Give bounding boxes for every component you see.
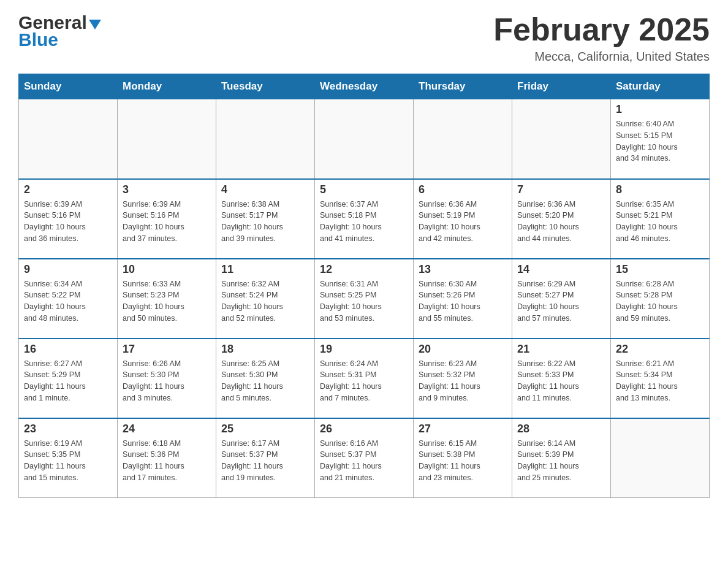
table-row: 21Sunrise: 6:22 AM Sunset: 5:33 PM Dayli… (512, 339, 611, 418)
table-row (611, 418, 710, 498)
day-info: Sunrise: 6:32 AM Sunset: 5:24 PM Dayligh… (221, 278, 309, 324)
day-number: 6 (419, 183, 507, 196)
table-row: 17Sunrise: 6:26 AM Sunset: 5:30 PM Dayli… (118, 339, 216, 418)
title-block: February 2025 Mecca, California, United … (493, 12, 710, 64)
day-number: 26 (320, 423, 408, 435)
day-number: 27 (419, 423, 507, 435)
table-row: 13Sunrise: 6:30 AM Sunset: 5:26 PM Dayli… (414, 259, 512, 339)
col-tuesday: Tuesday (216, 74, 315, 99)
calendar-week-row: 9Sunrise: 6:34 AM Sunset: 5:22 PM Daylig… (19, 259, 710, 339)
day-info: Sunrise: 6:39 AM Sunset: 5:16 PM Dayligh… (24, 199, 112, 245)
table-row: 27Sunrise: 6:15 AM Sunset: 5:38 PM Dayli… (414, 418, 512, 498)
day-info: Sunrise: 6:18 AM Sunset: 5:36 PM Dayligh… (123, 438, 211, 484)
calendar-week-row: 16Sunrise: 6:27 AM Sunset: 5:29 PM Dayli… (19, 339, 710, 418)
day-info: Sunrise: 6:14 AM Sunset: 5:39 PM Dayligh… (517, 438, 605, 484)
table-row (216, 99, 315, 179)
day-info: Sunrise: 6:15 AM Sunset: 5:38 PM Dayligh… (419, 438, 507, 484)
col-sunday: Sunday (19, 74, 118, 99)
table-row: 10Sunrise: 6:33 AM Sunset: 5:23 PM Dayli… (118, 259, 216, 339)
table-row: 6Sunrise: 6:36 AM Sunset: 5:19 PM Daylig… (414, 179, 512, 259)
col-friday: Friday (512, 74, 611, 99)
day-info: Sunrise: 6:35 AM Sunset: 5:21 PM Dayligh… (616, 199, 704, 245)
table-row: 9Sunrise: 6:34 AM Sunset: 5:22 PM Daylig… (19, 259, 118, 339)
table-row: 24Sunrise: 6:18 AM Sunset: 5:36 PM Dayli… (118, 418, 216, 498)
day-number: 12 (320, 263, 408, 276)
day-info: Sunrise: 6:25 AM Sunset: 5:30 PM Dayligh… (221, 358, 309, 404)
calendar-table: Sunday Monday Tuesday Wednesday Thursday… (18, 74, 710, 498)
day-number: 16 (24, 343, 112, 356)
table-row: 25Sunrise: 6:17 AM Sunset: 5:37 PM Dayli… (216, 418, 315, 498)
page: General Blue February 2025 Mecca, Califo… (0, 0, 728, 510)
day-number: 10 (123, 263, 211, 276)
day-number: 5 (320, 183, 408, 196)
day-info: Sunrise: 6:23 AM Sunset: 5:32 PM Dayligh… (419, 358, 507, 404)
col-saturday: Saturday (611, 74, 710, 99)
day-info: Sunrise: 6:21 AM Sunset: 5:34 PM Dayligh… (616, 358, 704, 404)
calendar-week-row: 1Sunrise: 6:40 AM Sunset: 5:15 PM Daylig… (19, 99, 710, 179)
table-row (414, 99, 512, 179)
day-info: Sunrise: 6:26 AM Sunset: 5:30 PM Dayligh… (123, 358, 211, 404)
table-row: 3Sunrise: 6:39 AM Sunset: 5:16 PM Daylig… (118, 179, 216, 259)
logo: General Blue (18, 12, 101, 50)
day-info: Sunrise: 6:19 AM Sunset: 5:35 PM Dayligh… (24, 438, 112, 484)
day-info: Sunrise: 6:30 AM Sunset: 5:26 PM Dayligh… (419, 278, 507, 324)
table-row: 20Sunrise: 6:23 AM Sunset: 5:32 PM Dayli… (414, 339, 512, 418)
table-row: 26Sunrise: 6:16 AM Sunset: 5:37 PM Dayli… (315, 418, 414, 498)
day-info: Sunrise: 6:36 AM Sunset: 5:20 PM Dayligh… (517, 199, 605, 245)
table-row (118, 99, 216, 179)
day-number: 25 (221, 423, 309, 435)
day-number: 24 (123, 423, 211, 435)
day-number: 21 (517, 343, 605, 356)
table-row: 1Sunrise: 6:40 AM Sunset: 5:15 PM Daylig… (611, 99, 710, 179)
day-info: Sunrise: 6:39 AM Sunset: 5:16 PM Dayligh… (123, 199, 211, 245)
day-info: Sunrise: 6:27 AM Sunset: 5:29 PM Dayligh… (24, 358, 112, 404)
table-row: 23Sunrise: 6:19 AM Sunset: 5:35 PM Dayli… (19, 418, 118, 498)
day-info: Sunrise: 6:16 AM Sunset: 5:37 PM Dayligh… (320, 438, 408, 484)
day-number: 9 (24, 263, 112, 276)
logo-blue: Blue (18, 29, 58, 50)
table-row: 15Sunrise: 6:28 AM Sunset: 5:28 PM Dayli… (611, 259, 710, 339)
table-row: 8Sunrise: 6:35 AM Sunset: 5:21 PM Daylig… (611, 179, 710, 259)
day-number: 17 (123, 343, 211, 356)
day-info: Sunrise: 6:28 AM Sunset: 5:28 PM Dayligh… (616, 278, 704, 324)
day-info: Sunrise: 6:17 AM Sunset: 5:37 PM Dayligh… (221, 438, 309, 484)
day-info: Sunrise: 6:33 AM Sunset: 5:23 PM Dayligh… (123, 278, 211, 324)
day-info: Sunrise: 6:38 AM Sunset: 5:17 PM Dayligh… (221, 199, 309, 245)
table-row: 11Sunrise: 6:32 AM Sunset: 5:24 PM Dayli… (216, 259, 315, 339)
table-row (315, 99, 414, 179)
day-number: 11 (221, 263, 309, 276)
day-number: 14 (517, 263, 605, 276)
table-row: 18Sunrise: 6:25 AM Sunset: 5:30 PM Dayli… (216, 339, 315, 418)
day-number: 22 (616, 343, 704, 356)
table-row: 7Sunrise: 6:36 AM Sunset: 5:20 PM Daylig… (512, 179, 611, 259)
table-row: 16Sunrise: 6:27 AM Sunset: 5:29 PM Dayli… (19, 339, 118, 418)
col-wednesday: Wednesday (315, 74, 414, 99)
day-number: 4 (221, 183, 309, 196)
day-number: 18 (221, 343, 309, 356)
table-row: 5Sunrise: 6:37 AM Sunset: 5:18 PM Daylig… (315, 179, 414, 259)
day-info: Sunrise: 6:37 AM Sunset: 5:18 PM Dayligh… (320, 199, 408, 245)
table-row (19, 99, 118, 179)
day-number: 3 (123, 183, 211, 196)
table-row: 22Sunrise: 6:21 AM Sunset: 5:34 PM Dayli… (611, 339, 710, 418)
day-number: 2 (24, 183, 112, 196)
calendar-header-row: Sunday Monday Tuesday Wednesday Thursday… (19, 74, 710, 99)
day-number: 15 (616, 263, 704, 276)
calendar-week-row: 2Sunrise: 6:39 AM Sunset: 5:16 PM Daylig… (19, 179, 710, 259)
day-info: Sunrise: 6:34 AM Sunset: 5:22 PM Dayligh… (24, 278, 112, 324)
day-number: 28 (517, 423, 605, 435)
header: General Blue February 2025 Mecca, Califo… (18, 12, 710, 64)
table-row: 2Sunrise: 6:39 AM Sunset: 5:16 PM Daylig… (19, 179, 118, 259)
table-row: 14Sunrise: 6:29 AM Sunset: 5:27 PM Dayli… (512, 259, 611, 339)
table-row: 28Sunrise: 6:14 AM Sunset: 5:39 PM Dayli… (512, 418, 611, 498)
day-number: 13 (419, 263, 507, 276)
col-monday: Monday (118, 74, 216, 99)
col-thursday: Thursday (414, 74, 512, 99)
calendar-subtitle: Mecca, California, United States (493, 50, 710, 64)
day-info: Sunrise: 6:24 AM Sunset: 5:31 PM Dayligh… (320, 358, 408, 404)
table-row: 19Sunrise: 6:24 AM Sunset: 5:31 PM Dayli… (315, 339, 414, 418)
day-info: Sunrise: 6:36 AM Sunset: 5:19 PM Dayligh… (419, 199, 507, 245)
day-info: Sunrise: 6:22 AM Sunset: 5:33 PM Dayligh… (517, 358, 605, 404)
calendar-week-row: 23Sunrise: 6:19 AM Sunset: 5:35 PM Dayli… (19, 418, 710, 498)
table-row: 12Sunrise: 6:31 AM Sunset: 5:25 PM Dayli… (315, 259, 414, 339)
